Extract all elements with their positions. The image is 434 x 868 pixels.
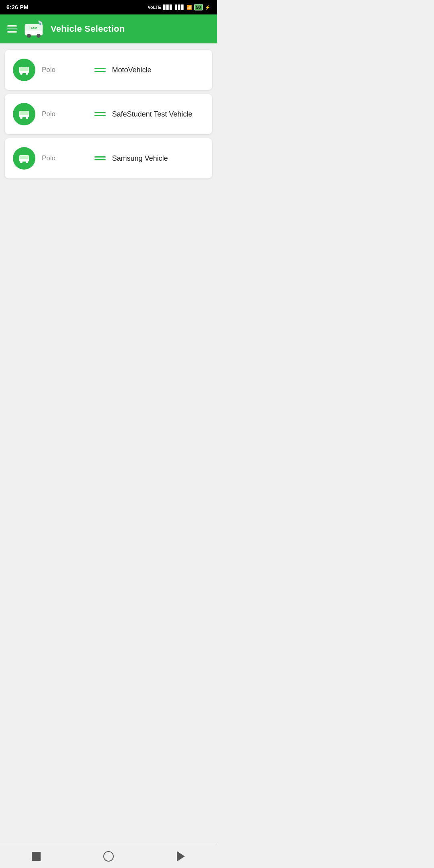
battery-indicator: 50 <box>194 4 203 10</box>
vehicle-name-label: Samsung Vehicle <box>112 154 204 163</box>
app-bar: TAM 📡 Vehicle Selection <box>0 14 217 43</box>
signal-icon-2: ▋▋▋ <box>175 5 184 10</box>
charging-icon: ⚡ <box>205 5 211 10</box>
vehicle-icon-circle <box>13 59 35 81</box>
svg-text:📡: 📡 <box>38 20 43 25</box>
status-icons: VoLTE ▋▋▋ ▋▋▋ 📶 50 ⚡ <box>148 4 211 10</box>
svg-rect-20 <box>20 159 28 160</box>
svg-point-4 <box>37 34 41 38</box>
status-time: 6:26 PM <box>6 4 29 10</box>
page-title: Vehicle Selection <box>51 24 125 34</box>
vehicle-icon-circle <box>13 147 35 170</box>
vehicle-item[interactable]: Polo SafeStudent Test Vehicle <box>5 94 212 134</box>
bus-icon <box>18 152 31 165</box>
bus-icon <box>18 108 31 121</box>
svg-rect-17 <box>20 156 29 159</box>
svg-point-9 <box>26 72 28 75</box>
volte-icon: VoLTE <box>148 5 161 10</box>
svg-rect-12 <box>20 111 29 115</box>
vehicle-icon-circle <box>13 103 35 125</box>
svg-point-14 <box>26 117 28 119</box>
vehicle-item[interactable]: Polo MotoVehicle <box>5 50 212 90</box>
vehicle-name-label: MotoVehicle <box>112 66 204 74</box>
vehicle-list: Polo MotoVehicle Polo SafeStudent Test V… <box>0 43 217 410</box>
transfer-icon <box>94 112 106 116</box>
svg-rect-10 <box>20 71 28 72</box>
signal-icon-1: ▋▋▋ <box>163 5 173 10</box>
bus-icon <box>18 63 31 76</box>
status-bar: 6:26 PM VoLTE ▋▋▋ ▋▋▋ 📶 50 ⚡ <box>0 0 217 14</box>
vehicle-type-label: Polo <box>42 154 88 162</box>
vehicle-type-label: Polo <box>42 110 88 118</box>
svg-point-19 <box>26 161 28 163</box>
menu-button[interactable] <box>7 25 17 33</box>
vehicle-item[interactable]: Polo Samsung Vehicle <box>5 138 212 178</box>
svg-text:TAM: TAM <box>31 26 37 30</box>
svg-rect-15 <box>20 115 28 116</box>
transfer-icon <box>94 68 106 72</box>
svg-point-13 <box>20 117 23 119</box>
svg-point-3 <box>27 34 31 38</box>
svg-rect-7 <box>20 67 29 71</box>
app-logo: TAM 📡 <box>23 18 44 39</box>
transfer-icon <box>94 156 106 160</box>
wifi-icon: 📶 <box>186 5 192 10</box>
vehicle-type-label: Polo <box>42 66 88 74</box>
svg-point-18 <box>20 161 23 163</box>
vehicle-name-label: SafeStudent Test Vehicle <box>112 110 204 119</box>
svg-point-8 <box>20 72 23 75</box>
